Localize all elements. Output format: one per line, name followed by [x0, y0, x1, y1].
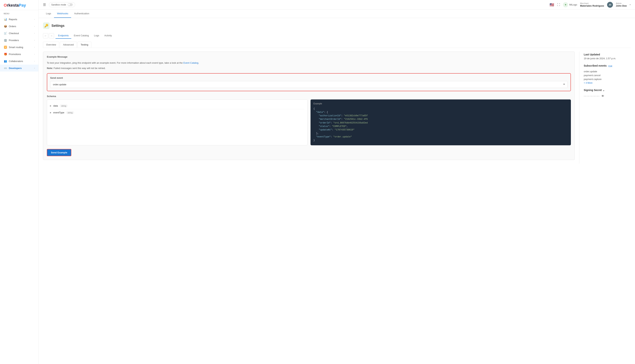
- admin-name: John Doe: [616, 4, 627, 7]
- chevron-right-icon: ›: [34, 25, 35, 27]
- sidebar-item-providers[interactable]: 🏢 Providers ›: [0, 37, 38, 44]
- sidebar-item-label: Developers: [9, 67, 22, 70]
- tab-authentication[interactable]: Authentication: [71, 10, 92, 18]
- sidebar-item-reports[interactable]: 📊 Reports ›: [0, 16, 38, 23]
- developers-icon: ⌨️: [4, 66, 7, 70]
- logo: OrkestaPay: [0, 0, 38, 10]
- right-sidebar: Last Updated 19 de junio de 2024, 1:57 p…: [579, 52, 630, 164]
- last-updated-section: Last Updated 19 de junio de 2024, 1:57 p…: [584, 53, 630, 60]
- chevron-right-icon: ›: [34, 39, 35, 41]
- example-json: Example { "data": { "authorizationId": "…: [311, 100, 571, 145]
- logs-subnav-link[interactable]: Logs: [92, 33, 102, 39]
- main-area: ☰ Sandbox mode 🇺🇸 ⛶ ⚙ MiLogo: [39, 0, 635, 364]
- subscribed-event: order.update: [584, 70, 630, 73]
- event-catalog-link[interactable]: Event Catalog: [71, 33, 92, 39]
- back-button[interactable]: ←: [43, 33, 48, 38]
- promotions-icon: 🎁: [4, 52, 7, 56]
- forward-button[interactable]: →: [49, 33, 54, 38]
- activity-link[interactable]: Activity: [102, 33, 114, 39]
- message-text: To test your integration, ping this endp…: [47, 61, 571, 65]
- orders-icon: 📦: [4, 24, 7, 28]
- sidebar-item-label: Promotions: [9, 53, 21, 56]
- logo-pay: Pay: [19, 3, 26, 8]
- json-code: { "data": { "authorizationId": "e51382cb…: [313, 107, 568, 142]
- field-expand-icon[interactable]: ▶: [50, 105, 52, 107]
- smart-routing-icon: 🔀: [4, 46, 7, 49]
- settings-title: Settings: [52, 24, 65, 28]
- event-catalog-link-inline[interactable]: Event Catalog: [183, 62, 198, 64]
- signing-secret-label: Signing Secret: [584, 88, 602, 92]
- sidebar-item-smart-routing[interactable]: 🔀 Smart routing ›: [0, 44, 38, 51]
- admin-dropdown-icon[interactable]: ▾: [630, 4, 630, 6]
- toggle-pill: [68, 3, 73, 6]
- sidebar-item-label: Smart routing: [9, 46, 23, 48]
- flag-icon[interactable]: 🇺🇸: [550, 2, 554, 7]
- subscribed-events-section: Subscribed events Edit order.update paym…: [584, 64, 630, 84]
- milogo-brand: ⚙ MiLogo: [563, 2, 577, 7]
- chevron-right-icon: ›: [34, 46, 35, 48]
- secret-dots: ···········: [584, 94, 600, 98]
- subscribed-events-label: Subscribed events: [584, 64, 607, 67]
- milogo-icon: ⚙: [563, 2, 568, 7]
- more-events-link[interactable]: + 4 More: [584, 82, 630, 84]
- eye-icon[interactable]: 👁: [601, 94, 604, 98]
- expand-icon[interactable]: ⛶: [557, 3, 560, 6]
- tab-overview[interactable]: Overview: [43, 42, 59, 48]
- sidebar-item-label: Checkout: [9, 32, 19, 35]
- admin-label: Admin: [616, 2, 627, 4]
- sidebar-item-collaborators[interactable]: 👥 Collaborators ›: [0, 58, 38, 64]
- merchant-info: Merchant Materiales Rodriguez: [580, 2, 604, 7]
- tab-testing[interactable]: Testing: [78, 42, 91, 48]
- sidebar-item-label: Providers: [9, 39, 19, 42]
- sidebar-item-orders[interactable]: 📦 Orders ›: [0, 23, 38, 30]
- signing-secret-section: Signing Secret ▾ ··········· 👁: [584, 88, 630, 98]
- field-expand-icon[interactable]: ▶: [50, 112, 52, 114]
- menu-label: MENU: [0, 10, 38, 16]
- send-event-box: Send event order.update payment.cancel p…: [47, 73, 571, 91]
- providers-icon: 🏢: [4, 38, 7, 42]
- edit-link[interactable]: Edit: [608, 65, 612, 68]
- tab-advanced[interactable]: Advanced: [60, 42, 77, 48]
- sidebar-item-label: Orders: [9, 25, 16, 28]
- milogo-label: MiLogo: [569, 3, 577, 6]
- main-tabs: Logs Webhooks Authentication: [39, 10, 635, 18]
- toggle-dot: [68, 4, 70, 6]
- field-name: data: [53, 104, 58, 107]
- field-name: eventType: [53, 111, 64, 114]
- endpoints-link[interactable]: Endpoints: [56, 33, 71, 39]
- field-event-type: ▶ eventType string: [50, 109, 304, 116]
- field-type: string: [60, 104, 68, 107]
- reports-icon: 📊: [4, 18, 7, 21]
- logo-rkesta: rkesta: [7, 3, 19, 8]
- sidebar-item-label: Reports: [9, 18, 17, 21]
- chevron-right-icon: ›: [34, 18, 35, 20]
- subscribed-event: payment.cancel: [584, 74, 630, 77]
- last-updated-value: 19 de junio de 2024, 1:57 p.m.: [584, 57, 630, 60]
- sidebar-item-checkout[interactable]: 🛒 Checkout ›: [0, 30, 38, 37]
- event-select[interactable]: order.update payment.cancel payment.capt…: [50, 81, 568, 88]
- merchant-name: Materiales Rodriguez: [580, 4, 604, 7]
- sandbox-toggle[interactable]: Sandbox mode: [49, 2, 75, 7]
- settings-icon: 🔑: [43, 22, 50, 29]
- send-example-button[interactable]: Send Example: [47, 149, 71, 156]
- last-updated-label: Last Updated: [584, 53, 630, 56]
- secret-dots-row: ··········· 👁: [584, 94, 630, 98]
- sidebar-item-promotions[interactable]: 🎁 Promotions ›: [0, 51, 38, 58]
- card-title: Example Message: [47, 56, 571, 58]
- logo-o: O: [4, 3, 7, 8]
- schema-section: Schema ▶ data string: [47, 95, 571, 145]
- subscribed-event: payment.capture: [584, 78, 630, 80]
- note-text: Note: Failed messages sent this way will…: [47, 67, 571, 70]
- sandbox-label: Sandbox mode: [51, 4, 66, 6]
- signing-secret-dropdown-icon[interactable]: ▾: [603, 90, 604, 92]
- example-json-title: Example: [313, 102, 568, 105]
- chevron-right-icon: ›: [34, 53, 35, 55]
- sidebar-item-developers[interactable]: ⌨️ Developers ›: [0, 64, 38, 72]
- avatar: JD: [607, 2, 613, 8]
- tab-webhooks[interactable]: Webhooks: [54, 10, 71, 18]
- hamburger-icon[interactable]: ☰: [43, 3, 46, 7]
- content-area: Logs Webhooks Authentication 🔑 Settings …: [39, 10, 635, 364]
- tab-logs[interactable]: Logs: [43, 10, 54, 18]
- sidebar: OrkestaPay MENU 📊 Reports › 📦 Orders › 🛒…: [0, 0, 39, 364]
- example-message-card: Example Message To test your integration…: [43, 52, 575, 160]
